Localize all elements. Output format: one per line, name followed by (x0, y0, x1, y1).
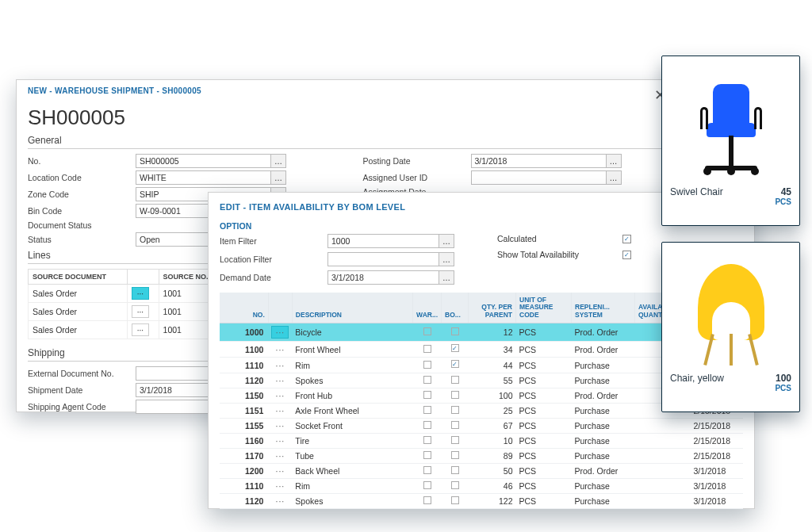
breadcrumb: NEW - WAREHOUSE SHIPMENT - SH000005 (28, 86, 201, 95)
product-name: Chair, yellow (670, 373, 724, 384)
label-demand: Demand Date (220, 273, 323, 282)
product-qty: 45 (781, 186, 791, 197)
label-loc-filter: Location Filter (220, 255, 323, 264)
row-menu-icon[interactable]: ··· (132, 323, 149, 336)
row-menu-icon[interactable]: ··· (268, 388, 292, 404)
label-no: No. (28, 156, 131, 166)
product-card-yellow-chair[interactable]: Chair, yellow100 PCS (661, 242, 800, 412)
demand-field[interactable]: 3/1/2018… (327, 270, 454, 285)
row-menu-icon[interactable]: ··· (268, 479, 292, 494)
label-posting: Posting Date (363, 156, 466, 166)
table-row[interactable]: 1200···Back Wheel50PCSProd. Order3/1/201… (220, 464, 743, 479)
product-card-swivel[interactable]: Swivel Chair45 PCS (661, 55, 800, 226)
col-qty[interactable]: QTY. PER PARENT (469, 293, 516, 323)
location-field[interactable]: WHITE… (136, 170, 286, 185)
col-bo[interactable]: BO... (442, 293, 469, 323)
col-desc[interactable]: DESCRIPTION (292, 293, 412, 323)
table-row[interactable]: 1155···Socket Front67PCSPurchase2/15/201… (220, 419, 743, 434)
label-status: Status (28, 235, 131, 244)
row-menu-icon[interactable]: ··· (268, 419, 292, 434)
table-row[interactable]: 1110···Rim46PCSPurchase3/1/2018 (220, 479, 743, 494)
product-image (670, 64, 791, 183)
product-qty: 100 (776, 373, 791, 384)
label-shipdate: Shipment Date (28, 385, 131, 395)
row-menu-icon[interactable]: ··· (268, 449, 292, 464)
table-row[interactable]: 1160···Tire10PCSPurchase2/15/2018 (220, 434, 743, 449)
lookup-icon[interactable]: … (439, 234, 454, 248)
table-row[interactable]: 1170···Tube89PCSPurchase2/15/2018 (220, 449, 743, 464)
col-war[interactable]: WAR... (413, 293, 442, 323)
col-uom[interactable]: UNIT OF MEASURE CODE (516, 293, 572, 323)
product-unit: PCS (670, 384, 791, 392)
calculated-checkbox[interactable]: ✓ (622, 235, 631, 243)
page-title: SH000005 (28, 105, 666, 130)
col-no[interactable]: NO. (220, 293, 268, 323)
row-menu-icon[interactable]: ··· (132, 287, 149, 300)
row-menu-icon[interactable]: ··· (268, 342, 292, 358)
label-assigned-user: Assigned User ID (363, 173, 466, 182)
label-show-total: Show Total Availability (497, 250, 616, 259)
label-zone: Zone Code (28, 189, 131, 199)
lookup-icon[interactable]: … (439, 270, 454, 285)
product-name: Swivel Chair (670, 186, 723, 197)
col-repl[interactable]: REPLENI... SYSTEM (572, 293, 635, 323)
product-image (670, 251, 791, 369)
row-menu-icon[interactable]: ··· (268, 358, 292, 373)
label-docstatus: Document Status (28, 220, 131, 230)
row-menu-icon[interactable]: ··· (268, 404, 292, 419)
posting-field[interactable]: 3/1/2018… (471, 154, 622, 168)
col-source-doc[interactable]: SOURCE DOCUMENT (29, 270, 128, 285)
row-menu-icon[interactable]: ··· (132, 305, 149, 318)
bom-title: EDIT - ITEM AVAILABILITY BY BOM LEVEL (220, 202, 405, 212)
show-total-checkbox[interactable]: ✓ (622, 251, 631, 259)
row-menu-icon[interactable]: ··· (268, 373, 292, 388)
label-extdoc: External Document No. (28, 369, 131, 378)
label-location: Location Code (28, 173, 131, 182)
no-field[interactable]: SH000005… (136, 154, 286, 168)
lookup-icon[interactable]: … (439, 252, 454, 266)
row-menu-icon[interactable]: ··· (268, 464, 292, 479)
table-row[interactable]: 1120···Spokes122PCSPurchase3/1/2018 (220, 494, 743, 509)
label-agent: Shipping Agent Code (28, 402, 131, 411)
item-filter-field[interactable]: 1000… (327, 234, 454, 248)
lookup-icon[interactable]: … (606, 170, 622, 185)
row-menu-icon[interactable]: ··· (268, 434, 292, 449)
label-item-filter: Item Filter (220, 236, 323, 246)
lookup-icon[interactable]: … (270, 154, 286, 168)
row-menu-icon[interactable]: ··· (268, 323, 292, 342)
loc-filter-field[interactable]: … (327, 252, 454, 266)
row-menu-icon[interactable]: ··· (268, 494, 292, 509)
label-calculated: Calculated (497, 234, 616, 243)
product-unit: PCS (670, 197, 791, 206)
section-general: General (28, 135, 666, 149)
lookup-icon[interactable]: … (606, 154, 622, 168)
assigned-user-field[interactable]: … (471, 170, 622, 185)
label-bin: Bin Code (28, 206, 131, 216)
lookup-icon[interactable]: … (270, 170, 286, 185)
